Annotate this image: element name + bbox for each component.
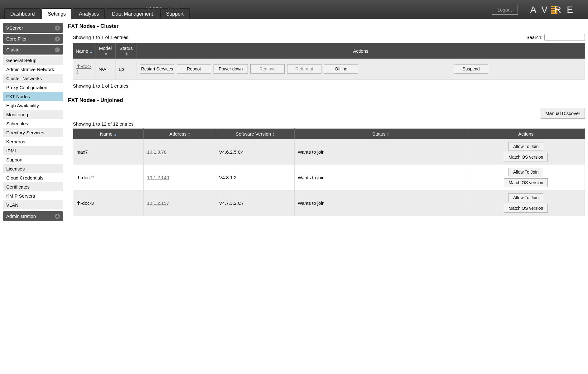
sidebar-item-general-setup[interactable]: General Setup	[3, 56, 63, 65]
plus-icon: +	[55, 36, 60, 41]
main-content: FXT Nodes - Cluster Showing 1 to 1 of 1 …	[68, 23, 585, 222]
cluster-title: FXT Nodes - Cluster	[68, 23, 585, 29]
col-actions: Actions	[467, 129, 585, 139]
sidebar-item-kmip-servers[interactable]: KMIP Servers	[3, 191, 63, 200]
manual-discover-button[interactable]: Manual Discover	[541, 108, 585, 119]
node-address-link[interactable]: 10.1.2.140	[147, 175, 169, 180]
offline-button[interactable]: Offline	[324, 64, 358, 74]
node-link[interactable]: rh-doc-1	[76, 64, 91, 74]
tab-analytics[interactable]: Analytics	[73, 8, 105, 19]
node-model: N/A	[95, 59, 115, 79]
sidebar-item-proxy-configuration[interactable]: Proxy Configuration	[3, 83, 63, 92]
restart-services-button[interactable]: Restart Services	[140, 64, 174, 74]
sort-icon: ▲▼	[125, 52, 128, 56]
sidebar-item-cloud-credentials[interactable]: Cloud Credentials	[3, 173, 63, 182]
sort-icon: ▲▼	[387, 132, 389, 137]
node-name: rh-doc-2	[73, 165, 144, 190]
sort-asc-icon: ▲	[114, 133, 117, 136]
suspend-button[interactable]: Suspend	[454, 64, 488, 74]
node-version: V4.6.2.5.C4	[216, 139, 294, 165]
sidebar: VServer+Core Filer+Cluster−General Setup…	[3, 23, 63, 222]
reboot-button[interactable]: Reboot	[177, 64, 211, 74]
node-status: Wants to join	[294, 165, 467, 190]
sidebar-item-monitoring[interactable]: Monitoring	[3, 110, 63, 119]
sidebar-item-fxt-nodes[interactable]: FXT Nodes	[3, 92, 63, 101]
unjoined-showing: Showing 1 to 12 of 12 entries	[73, 121, 585, 127]
match-os-version-button[interactable]: Match OS version	[504, 178, 548, 187]
sidebar-item-vlan[interactable]: VLAN	[3, 200, 63, 209]
node-status: up	[115, 59, 137, 79]
sidebar-item-licenses[interactable]: Licenses	[3, 164, 63, 173]
col-actions: Actions	[137, 43, 585, 59]
node-status: Wants to join	[294, 190, 467, 216]
reformat-button[interactable]: Reformat	[287, 64, 321, 74]
logo-text-post: RE	[554, 4, 579, 15]
topbar: Logout AV RE V4.8.2.2 --- admin SetupDem…	[0, 0, 588, 19]
search-input[interactable]	[544, 34, 585, 41]
sort-asc-icon: ▲	[89, 50, 93, 53]
node-actions: Restart Services Reboot Power down Remov…	[140, 62, 581, 76]
node-name: rh-doc-3	[73, 190, 144, 216]
plus-icon: +	[55, 214, 60, 219]
brand-logo: AV RE	[530, 4, 579, 15]
sidebar-item-directory-services[interactable]: Directory Services	[3, 128, 63, 137]
sidebar-item-ipmi[interactable]: IPMI	[3, 146, 63, 155]
table-row: rh-doc-310.1.2.157V4.7.3.2.C7Wants to jo…	[73, 190, 585, 216]
col-version[interactable]: Software Version▲▼	[216, 129, 294, 139]
node-status: Wants to join	[294, 139, 467, 165]
sort-icon: ▲▼	[272, 132, 275, 137]
allow-to-join-button[interactable]: Allow To Join	[508, 168, 543, 176]
sidebar-section-administration[interactable]: Administration+	[3, 211, 63, 221]
sidebar-section-cluster[interactable]: Cluster−	[3, 45, 63, 55]
cluster-showing-top: Showing 1 to 1 of 1 entries	[73, 35, 128, 40]
node-version: V4.7.3.2.C7	[216, 190, 294, 216]
sort-icon: ▲▼	[105, 52, 107, 56]
search-label: Search:	[526, 35, 542, 40]
cluster-showing-bottom: Showing 1 to 1 of 1 entries	[73, 83, 585, 89]
node-name: max7	[73, 139, 144, 165]
sidebar-item-schedules[interactable]: Schedules	[3, 119, 63, 128]
minus-icon: −	[55, 47, 60, 52]
col-status[interactable]: Status▲▼	[115, 43, 137, 59]
cluster-table: Name▲ Model▲▼ Status▲▼ Actions rh-doc-1 …	[73, 43, 585, 79]
allow-to-join-button[interactable]: Allow To Join	[508, 193, 543, 202]
tab-dashboard[interactable]: Dashboard	[4, 8, 41, 19]
node-address-link[interactable]: 10.1.3.78	[147, 149, 166, 155]
unjoined-title: FXT Nodes - Unjoined	[68, 97, 585, 103]
sidebar-item-kerberos[interactable]: Kerberos	[3, 137, 63, 146]
tab-support[interactable]: Support	[160, 8, 190, 19]
allow-to-join-button[interactable]: Allow To Join	[508, 142, 543, 151]
col-status[interactable]: Status▲▼	[294, 129, 467, 139]
sidebar-item-support[interactable]: Support	[3, 155, 63, 164]
sidebar-section-vserver[interactable]: VServer+	[3, 23, 63, 33]
col-model[interactable]: Model▲▼	[95, 43, 115, 59]
power-down-button[interactable]: Power down	[214, 64, 248, 74]
node-address-link[interactable]: 10.1.2.157	[147, 200, 169, 206]
logo-text-pre: AV	[530, 4, 553, 15]
unjoined-table: Name▲ Address▲▼ Software Version▲▼ Statu…	[73, 128, 585, 216]
node-version: V4.8.1.2	[216, 165, 294, 190]
sidebar-item-administrative-network[interactable]: Administrative Network	[3, 65, 63, 74]
logout-button[interactable]: Logout	[492, 5, 518, 15]
tab-settings[interactable]: Settings	[42, 8, 72, 19]
sidebar-section-core-filer[interactable]: Core Filer+	[3, 34, 63, 44]
sidebar-item-high-availability[interactable]: High Availability	[3, 101, 63, 110]
plus-icon: +	[55, 26, 60, 31]
sort-icon: ▲▼	[188, 132, 190, 137]
col-name[interactable]: Name▲	[73, 129, 144, 139]
sidebar-item-certificates[interactable]: Certificates	[3, 182, 63, 191]
tab-data-management[interactable]: Data Management	[106, 8, 159, 19]
col-name[interactable]: Name▲	[73, 43, 95, 59]
match-os-version-button[interactable]: Match OS version	[504, 153, 548, 161]
match-os-version-button[interactable]: Match OS version	[504, 204, 548, 213]
col-address[interactable]: Address▲▼	[144, 129, 216, 139]
sidebar-item-cluster-networks[interactable]: Cluster Networks	[3, 74, 63, 83]
remove-button[interactable]: Remove	[250, 64, 285, 74]
table-row: rh-doc-210.1.2.140V4.8.1.2Wants to joinA…	[73, 165, 585, 190]
table-row: max710.1.3.78V4.6.2.5.C4Wants to joinAll…	[73, 139, 585, 165]
